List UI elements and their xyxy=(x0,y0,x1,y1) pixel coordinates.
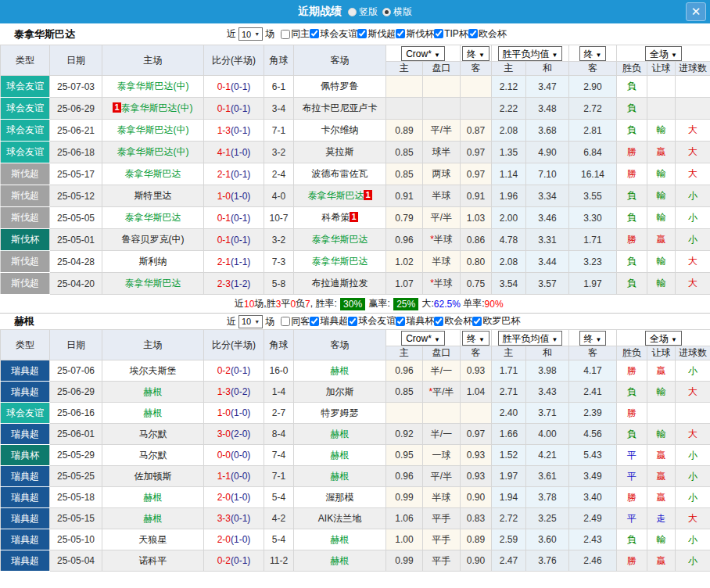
avg-away-odds: 3.49 xyxy=(569,466,617,487)
league-checkbox-input[interactable] xyxy=(310,29,319,38)
final-avg-select[interactable]: 终▼ xyxy=(579,331,607,346)
league-checkbox[interactable]: 斯伐超 xyxy=(357,27,396,41)
home-team-name: 泰拿华斯巴达 xyxy=(125,168,181,179)
summary-segment: 平 xyxy=(281,297,290,310)
match-count-select[interactable]: 10▼ xyxy=(238,315,263,328)
final-avg-select[interactable]: 终▼ xyxy=(579,46,607,61)
away-team-name: 赫根 xyxy=(331,471,350,482)
same-venue-checkbox[interactable]: 同客 xyxy=(281,315,310,328)
close-icon[interactable]: ✕ xyxy=(686,2,706,21)
home-team-name: 埃尔夫斯堡 xyxy=(130,365,177,376)
chevron-down-icon: ▼ xyxy=(434,336,440,343)
avg-home-odds: 2.72 xyxy=(492,508,526,529)
result-wdl: 負 xyxy=(617,185,647,207)
fulltime-score: 2-0 xyxy=(217,534,231,545)
same-venue-checkbox-input[interactable] xyxy=(281,317,290,326)
subcol-avg-away: 客 xyxy=(569,62,617,76)
league-checkbox[interactable]: 瑞典超 xyxy=(310,314,348,328)
league-checkbox-input[interactable] xyxy=(396,29,405,38)
home-cell: 斯利纳 xyxy=(102,251,204,273)
vertical-layout-radio[interactable] xyxy=(348,8,357,16)
home-cell: 埃尔夫斯堡 xyxy=(102,360,204,382)
fullmatch-select[interactable]: 全场▼ xyxy=(645,331,682,346)
avg-draw-odds: 3.98 xyxy=(526,360,569,382)
odds-handicap: 球半 xyxy=(423,142,461,163)
league-checkbox-input[interactable] xyxy=(434,29,443,38)
fullmatch-select[interactable]: 全场▼ xyxy=(645,46,682,61)
result-wdl: 負 xyxy=(617,424,647,445)
competition-badge: 瑞典超 xyxy=(1,360,50,382)
odds-home: 0.79 xyxy=(386,207,423,229)
odds-home: 0.89 xyxy=(386,120,423,142)
league-checkbox-input[interactable] xyxy=(434,317,443,326)
away-team-name: 布拉卡巴尼亚卢卡 xyxy=(303,102,378,113)
odds-away: 0.80 xyxy=(461,251,492,273)
vertical-layout-label[interactable]: 竖版 xyxy=(359,5,378,19)
odds-handicap: 平/半 xyxy=(423,466,461,487)
league-checkbox-input[interactable] xyxy=(348,317,357,326)
avg-odds-select[interactable]: 胜平负均值▼ xyxy=(498,46,563,61)
league-checkbox[interactable]: 欧会杯 xyxy=(468,27,507,41)
result-goals: 小 xyxy=(676,360,710,382)
result-wdl: 勝 xyxy=(617,487,647,508)
match-date: 25-05-12 xyxy=(50,185,102,207)
col-header-home: 主场 xyxy=(102,45,204,76)
handicap-text: 一球 xyxy=(432,450,451,461)
matches-body: 瑞典超 25-07-06 埃尔夫斯堡 0-2(0-1) 16-0 赫根 0.96… xyxy=(1,360,710,572)
fulltime-score: 1-3 xyxy=(217,386,231,397)
league-checkbox[interactable]: TIP杯 xyxy=(434,27,468,41)
result-wdl: 勝 xyxy=(617,229,647,251)
subcol-wdl: 胜负 xyxy=(617,62,647,76)
league-checkbox[interactable]: 球会友谊 xyxy=(310,27,357,41)
home-cell: 赫根 xyxy=(102,403,204,424)
score-cell: 0-1(0-1) xyxy=(204,98,264,120)
final-odds-select[interactable]: 终▼ xyxy=(462,331,489,346)
col-header-corner: 角球 xyxy=(264,45,294,76)
away-cell: 加尔斯 xyxy=(294,382,386,403)
league-checkbox[interactable]: 球会友谊 xyxy=(348,314,396,328)
fulltime-score: 0-1 xyxy=(217,235,231,246)
same-venue-checkbox-input[interactable] xyxy=(281,30,290,39)
away-cell: 赫根 xyxy=(294,424,386,445)
result-goals: 小 xyxy=(676,207,710,229)
avg-odds-select[interactable]: 胜平负均值▼ xyxy=(498,331,563,346)
avg-draw-odds: 3.76 xyxy=(526,550,569,572)
same-venue-checkbox[interactable]: 同主 xyxy=(281,27,310,41)
odds-source-select[interactable]: Crow*▼ xyxy=(401,46,445,61)
league-checkbox[interactable]: 欧会杯 xyxy=(434,314,472,328)
odds-source-select[interactable]: Crow*▼ xyxy=(401,331,445,346)
match-row: 球会友谊 25-06-21 泰拿华斯巴达(中) 1-3(0-1) 7-1 卡尔维… xyxy=(1,120,710,142)
match-count-select[interactable]: 10▼ xyxy=(238,27,263,41)
avg-home-odds: 2.08 xyxy=(492,251,526,273)
score-cell: 4-1(1-0) xyxy=(204,142,264,163)
match-date: 25-05-18 xyxy=(50,487,102,508)
result-handicap: 贏 xyxy=(647,466,676,487)
chevron-down-icon: ▼ xyxy=(671,336,677,343)
odds-home: 0.96 xyxy=(386,360,423,382)
fulltime-score: 0-1 xyxy=(217,103,231,114)
match-row: 瑞典超 25-05-10 天狼星 2-0(1-0) 5-4 赫根 1.00 平手… xyxy=(1,529,710,550)
away-team-name: 赫根 xyxy=(331,534,350,545)
league-checkbox[interactable]: 斯伐杯 xyxy=(396,27,434,41)
league-checkbox[interactable]: 瑞典杯 xyxy=(396,314,434,328)
competition-badge: 瑞典超 xyxy=(1,382,50,403)
result-goals: 大 xyxy=(676,251,710,273)
league-checkbox-input[interactable] xyxy=(310,317,319,326)
avg-draw-odds: 3.43 xyxy=(526,382,569,403)
league-checkbox-input[interactable] xyxy=(357,29,367,38)
horizontal-layout-radio[interactable] xyxy=(382,8,391,16)
horizontal-layout-label[interactable]: 横版 xyxy=(393,5,412,19)
score-cell: 2-1(1-1) xyxy=(204,251,264,273)
away-team-name: 赫根 xyxy=(331,428,350,439)
final-odds-select[interactable]: 终▼ xyxy=(462,46,489,61)
chevron-down-icon: ▼ xyxy=(434,52,440,59)
league-checkbox-input[interactable] xyxy=(472,317,482,326)
league-checkbox-input[interactable] xyxy=(468,29,478,38)
col-header-home: 主场 xyxy=(102,330,204,360)
league-label: 欧会杯 xyxy=(444,314,472,328)
league-checkbox[interactable]: 欧罗巴杯 xyxy=(472,314,520,328)
avg-away-odds: 4.17 xyxy=(569,360,617,382)
match-row: 瑞典超 25-07-06 埃尔夫斯堡 0-2(0-1) 16-0 赫根 0.96… xyxy=(1,360,710,382)
league-checkbox-input[interactable] xyxy=(396,317,405,326)
handicap-text: 两球 xyxy=(432,168,451,179)
